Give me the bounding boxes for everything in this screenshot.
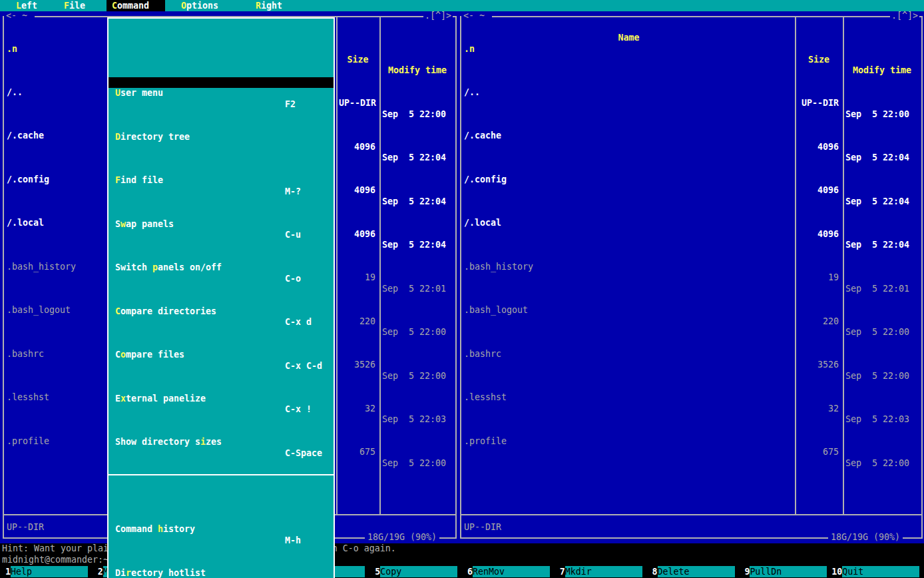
- up-dir-button[interactable]: .[^]>: [423, 11, 453, 21]
- function-key-number: 5: [369, 566, 380, 577]
- menu-item-shortcut: F2: [285, 99, 296, 110]
- file-size: 4096: [798, 229, 839, 240]
- menu-item[interactable]: Show directory sizes C-Space: [109, 426, 334, 437]
- file-mtime: Sep 5 22:00: [845, 327, 909, 338]
- shell-prompt[interactable]: midnight@commander:~$: [2, 555, 124, 565]
- menu-item-hotkey: i: [200, 437, 206, 447]
- function-key-number: 6: [462, 566, 473, 577]
- menubar: Left File Command Options Right: [0, 0, 924, 11]
- menubar-item[interactable]: File: [64, 0, 85, 11]
- function-key-label: Copy: [380, 566, 457, 577]
- menubar-item[interactable]: Left: [16, 0, 37, 11]
- menu-item-shortcut: C-x !: [285, 404, 312, 415]
- function-key-number: 10: [831, 566, 842, 577]
- file-size: 32: [798, 404, 839, 414]
- function-key-label: Mkdir: [565, 566, 642, 577]
- menu-item-label: Directory tree: [115, 132, 190, 143]
- up-dir-button[interactable]: .[^]>: [890, 11, 919, 21]
- menu-item-hotkey: x: [120, 394, 126, 404]
- file-mtime: Sep 5 22:04: [845, 240, 909, 250]
- file-mtime: Sep 5 22:00: [845, 458, 909, 469]
- menu-item-shortcut: C-x d: [285, 317, 312, 328]
- menu-item-shortcut: C-o: [285, 274, 301, 284]
- menubar-item-hotkey: F: [64, 1, 69, 11]
- function-key-button[interactable]: 5Copy: [369, 566, 462, 577]
- function-key-number: 9: [739, 566, 750, 577]
- file-name: /.cache: [464, 131, 501, 141]
- file-size: 4096: [798, 185, 839, 196]
- file-name: /.config: [464, 174, 507, 185]
- file-mtime: Sep 5 22:04: [845, 196, 909, 207]
- function-key-label: Help: [11, 566, 88, 577]
- menu-item-shortcut: C-Space: [285, 448, 322, 459]
- file-name: .profile: [464, 436, 507, 447]
- file-mtime: Sep 5 22:04: [845, 152, 909, 163]
- menu-item-shortcut: M-h: [285, 535, 301, 546]
- history-back-icon[interactable]: <- ~: [461, 11, 492, 21]
- right-panel-free-space: 18G/19G (90%): [828, 532, 903, 543]
- menu-item[interactable]: Find file M-?: [109, 164, 334, 175]
- function-key-label: Quit: [842, 566, 919, 577]
- function-key-label: RenMov: [473, 566, 550, 577]
- menu-item[interactable]: Compare files C-x C-d: [109, 339, 334, 350]
- menu-item[interactable]: Compare directories C-x d: [109, 295, 334, 306]
- function-key-button[interactable]: 10Quit: [831, 566, 924, 577]
- file-size: 220: [798, 316, 839, 327]
- menu-item-hotkey: C: [115, 306, 120, 316]
- menubar-item[interactable]: Options: [181, 0, 218, 11]
- function-key-button[interactable]: 9PullDn: [739, 566, 831, 577]
- function-key-button[interactable]: 6RenMov: [462, 566, 555, 577]
- menu-item-hotkey: p: [152, 262, 158, 272]
- menu-item-hotkey: U: [115, 88, 120, 98]
- left-panel-path: ~: [22, 11, 27, 21]
- right-panel-ministatus: UP--DIR: [464, 522, 501, 533]
- menu-item-hotkey: r: [126, 568, 131, 578]
- menu-item-hotkey: w: [120, 219, 126, 229]
- menu-item-label: External panelize: [115, 394, 206, 404]
- left-panel-free-space: 18G/19G (90%): [365, 532, 439, 543]
- menubar-item-hotkey: R: [256, 1, 261, 11]
- file-name: .bash_logout: [464, 305, 528, 316]
- menubar-item[interactable]: Right: [256, 0, 282, 11]
- menu-item-hotkey: o: [120, 350, 126, 360]
- file-name: .lesshst: [464, 392, 507, 403]
- mc-screen: <- ~ .[^]> Name .n Size Modify time /.. …: [0, 0, 924, 578]
- function-key-label: Delete: [658, 566, 735, 577]
- function-key-button[interactable]: 7Mkdir: [555, 566, 647, 577]
- file-name: /..: [464, 87, 480, 98]
- menu-item-hotkey: F: [115, 175, 120, 185]
- file-name: /.local: [464, 218, 501, 228]
- file-mtime: Sep 5 22:00: [845, 109, 909, 120]
- menu-item-label: Switch panels on/off: [115, 262, 222, 273]
- prompt-text: midnight@commander:~$: [2, 555, 114, 565]
- menu-item[interactable]: Directory tree: [109, 121, 334, 131]
- menu-item[interactable]: Switch panels on/off C-o: [109, 252, 334, 262]
- function-key-button[interactable]: 1Help: [0, 566, 93, 577]
- right-panel-path: ~: [479, 11, 485, 21]
- right-panel-ministatus-separator: [461, 514, 921, 515]
- menu-item[interactable]: External panelize C-x !: [109, 382, 334, 393]
- file-mtime: Sep 5 22:03: [845, 414, 909, 425]
- file-name: .bashrc: [464, 349, 501, 360]
- file-size: 4096: [798, 142, 839, 152]
- file-name: .bash_history: [464, 262, 533, 272]
- menubar-item[interactable]: Command: [107, 0, 165, 11]
- menu-item-shortcut: M-?: [285, 186, 301, 197]
- file-size: 19: [798, 272, 839, 283]
- file-size: UP--DIR: [798, 98, 839, 109]
- menu-item-hotkey: h: [158, 524, 163, 534]
- menu-item[interactable]: Directory hotlist C-\: [109, 557, 334, 567]
- menu-item-label: Command history: [115, 524, 195, 535]
- right-panel-top-border: [460, 16, 923, 17]
- file-size: 3526: [798, 360, 839, 370]
- menu-item[interactable]: User menu F2: [109, 77, 334, 88]
- menu-item[interactable]: Command history M-h: [109, 513, 334, 524]
- menu-item[interactable]: Swap panels C-u: [109, 208, 334, 218]
- function-key-label: PullDn: [750, 566, 827, 577]
- file-size: 675: [798, 447, 839, 457]
- menu-item-label: Find file: [115, 175, 163, 186]
- menu-item-label: User menu: [115, 88, 163, 99]
- menu-item-label: Compare directories: [115, 306, 216, 317]
- menu-item-label: Directory hotlist: [115, 568, 206, 578]
- function-key-button[interactable]: 8Delete: [647, 566, 740, 577]
